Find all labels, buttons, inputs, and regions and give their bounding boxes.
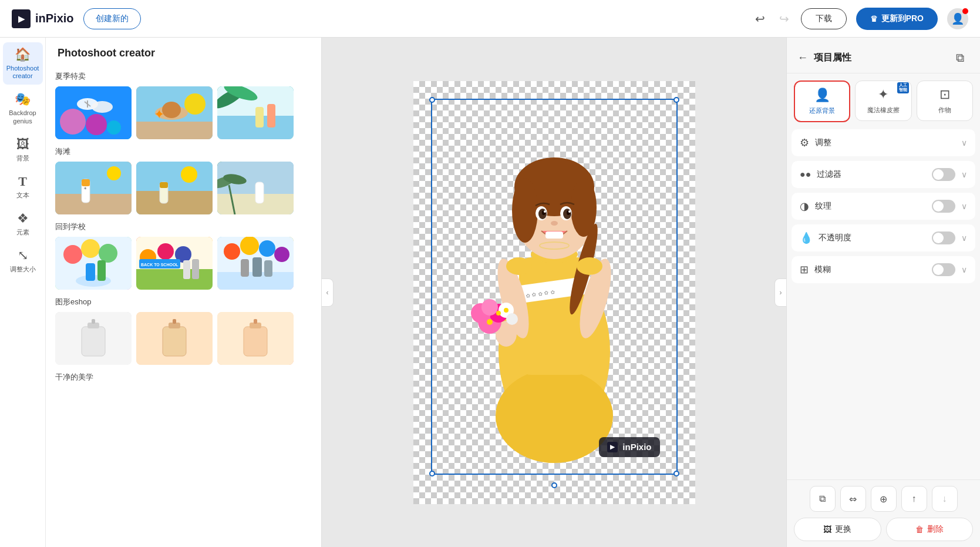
svg-point-28 [181,166,197,183]
blur-chevron[interactable]: ∨ [961,265,967,274]
svg-rect-43 [97,260,106,281]
restore-bg-button[interactable]: 👤 还原背景 [794,80,850,122]
svg-point-2 [86,114,107,135]
watermark-text: inPixio [622,442,651,452]
panel-scroll[interactable]: 夏季特卖 [46,64,321,547]
list-item[interactable] [217,312,294,365]
delete-button[interactable]: 🗑 删除 [886,518,974,541]
list-item[interactable] [217,237,294,290]
move-up-button[interactable]: ↑ [901,486,927,512]
sidebar-item-text[interactable]: T 文本 [3,169,43,204]
filter-chevron[interactable]: ∨ [961,170,967,179]
svg-point-12 [162,102,181,118]
copy-button[interactable]: ⧉ [810,486,836,512]
svg-rect-107 [545,231,563,239]
back-button[interactable]: ← [796,51,809,65]
svg-point-57 [274,247,289,262]
list-item[interactable]: BACK TO SCHOOL [136,237,213,290]
delete-label: 删除 [927,524,944,535]
sidebar-item-background[interactable]: 🖼 背景 [3,132,43,167]
crop-button[interactable]: ⊡ 作物 [917,80,973,121]
right-panel: ← 项目属性 ⧉ 👤 还原背景 人工智能 ✦ 魔法橡皮擦 [786,38,980,547]
upgrade-label: 更新到PRO [881,14,924,24]
photoshoot-icon: 🏠 [15,47,31,62]
logo-area: ▶ inPixio [12,9,74,28]
texture-label: 纹理 [815,201,926,212]
collapse-left-button[interactable]: ‹ [322,278,334,307]
sidebar-item-backdrop-genius[interactable]: 🎭 Backdropgenius [3,87,43,129]
right-panel-header: ← 项目属性 ⧉ [787,38,980,73]
collapse-right-button[interactable]: › [774,278,786,307]
svg-rect-59 [241,259,249,277]
sidebar-label-background: 背景 [16,155,29,162]
svg-text:✦: ✦ [154,107,164,122]
flip-h-button[interactable]: ⇔ [840,486,866,512]
list-item[interactable] [136,312,213,365]
list-item[interactable] [217,162,294,214]
section-title-eshop: 图形eshop [55,297,312,307]
texture-chevron[interactable]: ∨ [961,202,967,211]
sidebar-label-photoshoot: Photoshootcreator [6,65,39,80]
opacity-chevron[interactable]: ∨ [961,233,967,243]
move-down-button[interactable]: ↓ [932,486,958,512]
list-item[interactable] [55,312,132,365]
section-title-school: 回到学校 [55,222,312,232]
sidebar-item-resize[interactable]: ⤡ 调整大小 [3,243,43,278]
list-item[interactable] [136,162,213,214]
upgrade-button[interactable]: ♛ 更新到PRO [856,8,938,30]
replace-button[interactable]: 🖼 更换 [794,518,881,541]
sidebar-label-elements: 元素 [16,229,29,236]
svg-point-40 [99,244,117,263]
svg-point-106 [551,221,558,226]
sidebar-item-photoshoot-creator[interactable]: 🏠 Photoshootcreator [3,42,43,85]
magic-eraser-button[interactable]: 人工智能 ✦ 魔法橡皮擦 [855,80,911,121]
ai-badge: 人工智能 [897,82,909,93]
section-title-clean: 干净的美学 [55,372,312,382]
prop-adjust: ⚙ 调整 ∨ [792,129,975,156]
svg-rect-36 [255,182,264,203]
prop-blur: ⊞ 模糊 ∨ [792,256,975,283]
svg-text:☀: ☀ [83,186,87,190]
svg-rect-67 [163,327,186,356]
adjust-chevron[interactable]: ∨ [961,138,967,147]
blur-toggle[interactable] [932,263,955,276]
magic-eraser-icon: ✦ [878,87,888,102]
properties-scroll[interactable]: ⚙ 调整 ∨ ●● 过滤器 ∨ ◑ 纹理 ∨ 💧 不透明度 [787,127,980,479]
blur-icon: ⊞ [800,263,809,276]
center-button[interactable]: ⊕ [871,486,897,512]
create-new-button[interactable]: 创建新的 [83,8,141,29]
download-button[interactable]: 下载 [801,8,847,29]
layers-button[interactable]: ⧉ [949,47,971,68]
image-grid-eshop [55,312,312,365]
avatar-badge [962,8,968,14]
svg-point-46 [157,243,174,260]
watermark-logo: ▶ [607,442,618,452]
image-grid-summer: ✦ [55,86,312,139]
undo-button[interactable]: ↩ [753,9,767,28]
list-item[interactable] [55,86,132,139]
list-item[interactable] [55,237,132,290]
svg-rect-63 [82,327,105,356]
avatar-button[interactable]: 👤 [947,8,968,29]
list-item[interactable] [217,86,294,139]
opacity-toggle[interactable] [932,231,955,244]
texture-toggle[interactable] [932,200,955,213]
action-row: 🖼 更换 🗑 删除 [794,518,973,541]
canvas-container: ✿ ✿ ✿ ✿ ✿ ✿ [413,81,695,504]
svg-rect-51 [183,260,190,279]
elements-icon: ❖ [17,211,29,226]
avatar-icon: 👤 [951,12,964,25]
panel-header: Photoshoot creator [46,38,321,64]
svg-point-1 [60,109,86,135]
prop-texture: ◑ 纹理 ∨ [792,193,975,220]
text-icon: T [18,174,27,189]
panel: Photoshoot creator 夏季特卖 [46,38,322,547]
list-item[interactable]: ✦ [136,86,213,139]
svg-rect-18 [255,107,264,127]
redo-button[interactable]: ↪ [777,9,792,28]
restore-bg-label: 还原背景 [809,106,835,115]
list-item[interactable]: ☀ [55,162,132,214]
section-title-summer: 夏季特卖 [55,71,312,82]
sidebar-item-elements[interactable]: ❖ 元素 [3,206,43,241]
filter-toggle[interactable] [932,168,955,181]
